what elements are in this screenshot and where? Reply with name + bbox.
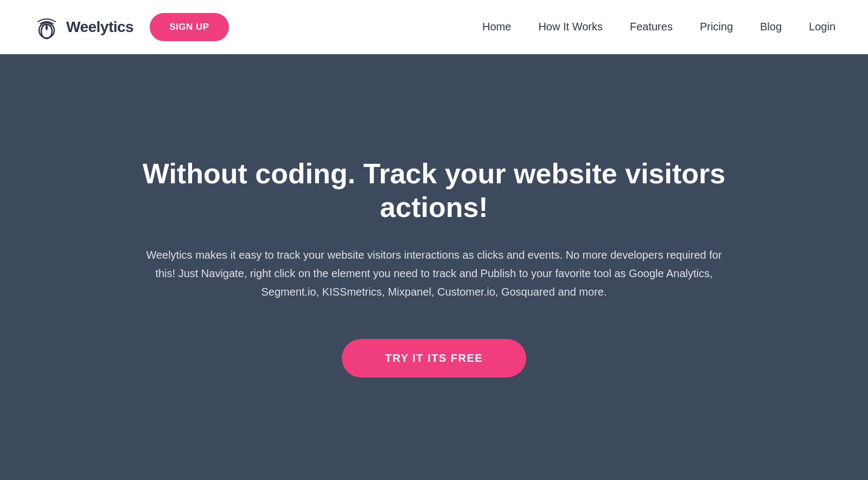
signup-button[interactable]: SIGN UP bbox=[150, 13, 228, 41]
hero-section: Without coding. Track your website visit… bbox=[0, 54, 868, 480]
header-left: Weelytics SIGN UP bbox=[33, 13, 229, 41]
nav: HomeHow It WorksFeaturesPricingBlogLogin bbox=[482, 21, 835, 33]
logo-text: Weelytics bbox=[66, 18, 133, 36]
nav-item-login[interactable]: Login bbox=[809, 21, 835, 33]
nav-item-pricing[interactable]: Pricing bbox=[700, 21, 733, 33]
header: Weelytics SIGN UP HomeHow It WorksFeatur… bbox=[0, 0, 868, 54]
logo[interactable]: Weelytics bbox=[33, 13, 133, 41]
hero-description: Weelytics makes it easy to track your we… bbox=[136, 246, 732, 301]
nav-item-home[interactable]: Home bbox=[482, 21, 511, 33]
nav-item-features[interactable]: Features bbox=[630, 21, 673, 33]
hero-title: Without coding. Track your website visit… bbox=[108, 157, 760, 225]
nav-item-blog[interactable]: Blog bbox=[760, 21, 782, 33]
nav-item-how-it-works[interactable]: How It Works bbox=[538, 21, 603, 33]
logo-icon bbox=[33, 13, 61, 41]
try-free-button[interactable]: TRY IT ITS FREE bbox=[342, 339, 526, 377]
